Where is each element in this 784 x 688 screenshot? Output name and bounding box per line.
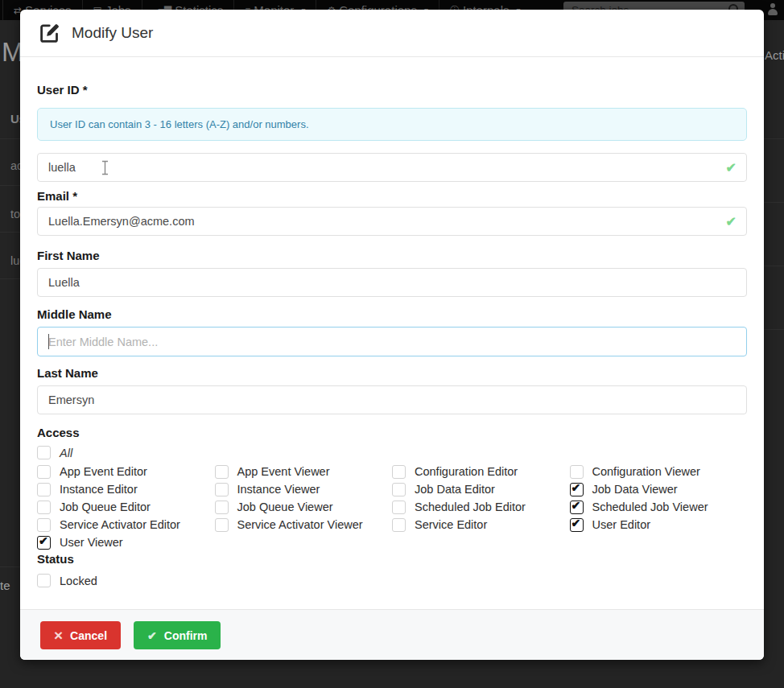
checkbox-label: Service Activator Editor — [60, 518, 180, 531]
user-id-input[interactable] — [37, 153, 747, 182]
table-row-divider — [0, 185, 20, 186]
text-cursor-icon — [101, 160, 109, 179]
checkbox[interactable] — [37, 501, 51, 514]
access-item-scheduled-job-editor[interactable]: Scheduled Job Editor — [392, 501, 570, 514]
checkbox[interactable] — [570, 465, 584, 479]
modal-header: Modify User — [20, 10, 764, 57]
checkbox-label: Scheduled Job Editor — [415, 501, 526, 513]
close-icon: × — [54, 628, 63, 643]
access-item-configuration-viewer[interactable]: Configuration Viewer — [570, 465, 748, 479]
access-item-service-activator-editor[interactable]: Service Activator Editor — [37, 518, 215, 532]
check-icon: ✔ — [147, 629, 157, 642]
access-item-scheduled-job-viewer[interactable]: Scheduled Job Viewer — [570, 501, 748, 514]
checkbox-label: Service Editor — [415, 518, 487, 531]
table-row-divider — [0, 138, 20, 139]
table-row-divider — [764, 329, 784, 330]
checkbox-label: Configuration Viewer — [592, 465, 700, 478]
checkbox[interactable] — [392, 501, 406, 514]
middle-name-field[interactable] — [37, 327, 747, 356]
access-item-service-activator-viewer[interactable]: Service Activator Viewer — [215, 518, 393, 532]
checkbox[interactable] — [37, 483, 51, 496]
checkbox[interactable] — [215, 501, 229, 514]
checkbox-label: Scheduled Job Viewer — [592, 501, 708, 513]
checkbox[interactable] — [37, 465, 51, 479]
access-heading: Access — [37, 426, 747, 439]
access-item-service-editor[interactable]: Service Editor — [392, 518, 570, 532]
cancel-button-label: Cancel — [70, 629, 107, 642]
last-name-label: Last Name — [37, 367, 747, 380]
middle-name-label: Middle Name — [37, 308, 747, 321]
modal-title: Modify User — [72, 24, 153, 42]
checkbox[interactable] — [37, 536, 51, 550]
checkbox[interactable] — [37, 574, 51, 587]
access-item-user-viewer[interactable]: User Viewer — [37, 536, 215, 550]
cancel-button[interactable]: × Cancel — [40, 621, 121, 649]
checkbox-label: Job Queue Viewer — [237, 501, 333, 513]
access-item-all[interactable]: All — [37, 446, 747, 459]
confirm-button-label: Confirm — [164, 629, 208, 642]
access-item-configuration-editor[interactable]: Configuration Editor — [392, 465, 570, 479]
checkbox-label: Configuration Editor — [415, 465, 518, 478]
checkbox-label: Instance Viewer — [237, 483, 320, 496]
table-row-divider — [0, 232, 20, 233]
modal-body: User ID * User ID can contain 3 - 16 let… — [20, 84, 764, 587]
valid-check-icon: ✔ — [726, 214, 737, 229]
last-name-field[interactable] — [37, 385, 747, 414]
user-icon[interactable] — [767, 3, 778, 15]
access-item-instance-viewer[interactable]: Instance Viewer — [215, 483, 393, 496]
checkbox[interactable] — [37, 518, 51, 532]
checkbox[interactable] — [570, 501, 584, 514]
access-item-app-event-viewer[interactable]: App Event Viewer — [215, 465, 393, 479]
checkbox[interactable] — [570, 518, 584, 532]
checkbox-label: User Editor — [592, 518, 651, 531]
status-item-locked[interactable]: Locked — [37, 574, 747, 587]
shuffle-icon: ⇄ — [14, 6, 20, 15]
checkbox[interactable] — [37, 446, 51, 459]
first-name-field[interactable] — [37, 268, 747, 297]
access-item-job-queue-editor[interactable]: Job Queue Editor — [37, 501, 215, 514]
valid-check-icon: ✔ — [726, 160, 737, 175]
checkbox-label: App Event Editor — [60, 465, 147, 478]
access-item-app-event-editor[interactable]: App Event Editor — [37, 465, 215, 479]
access-item-job-data-editor[interactable]: Job Data Editor — [392, 483, 570, 496]
access-item-job-data-viewer[interactable]: Job Data Viewer — [570, 483, 748, 496]
text-caret — [48, 334, 49, 349]
email-field[interactable] — [37, 207, 747, 236]
user-id-hint-alert: User ID can contain 3 - 16 letters (A-Z)… — [37, 108, 747, 141]
table-row-divider — [764, 138, 784, 139]
confirm-button[interactable]: ✔ Confirm — [134, 621, 221, 649]
edit-icon — [39, 23, 60, 44]
background-text-fragment: te — [0, 579, 10, 592]
access-item-instance-editor[interactable]: Instance Editor — [37, 483, 215, 496]
checkbox-label: App Event Viewer — [237, 465, 330, 478]
checkbox-label: Job Queue Editor — [60, 501, 151, 513]
actions-button-fragment: Actio — [765, 48, 784, 62]
table-row-divider — [764, 202, 784, 203]
checkbox[interactable] — [215, 518, 229, 532]
status-heading: Status — [37, 553, 747, 566]
email-label: Email * — [37, 190, 747, 203]
checkbox[interactable] — [570, 483, 584, 496]
checkbox-label: Instance Editor — [60, 483, 138, 496]
checkbox[interactable] — [392, 518, 406, 532]
access-item-user-editor[interactable]: User Editor — [570, 518, 748, 532]
checkbox-label: Job Data Editor — [415, 483, 495, 496]
checkbox-label: All — [60, 447, 72, 459]
checkbox-label: Service Activator Viewer — [237, 518, 363, 531]
checkbox-label: Locked — [60, 575, 97, 587]
modify-user-modal: Modify User User ID * User ID can contai… — [20, 10, 764, 660]
checkbox[interactable] — [392, 483, 406, 496]
modal-footer: × Cancel ✔ Confirm — [20, 609, 764, 660]
checkbox[interactable] — [215, 465, 229, 479]
table-row-divider — [0, 566, 20, 567]
table-row-divider — [0, 278, 20, 279]
checkbox[interactable] — [392, 465, 406, 479]
checkbox-label: Job Data Viewer — [592, 483, 678, 496]
access-checkbox-grid: App Event EditorApp Event ViewerConfigur… — [37, 463, 747, 551]
checkbox[interactable] — [215, 483, 229, 496]
user-id-label: User ID * — [37, 84, 747, 97]
access-item-job-queue-viewer[interactable]: Job Queue Viewer — [215, 501, 393, 514]
first-name-label: First Name — [37, 249, 747, 262]
table-row-divider — [764, 266, 784, 266]
checkbox-label: User Viewer — [60, 536, 123, 549]
